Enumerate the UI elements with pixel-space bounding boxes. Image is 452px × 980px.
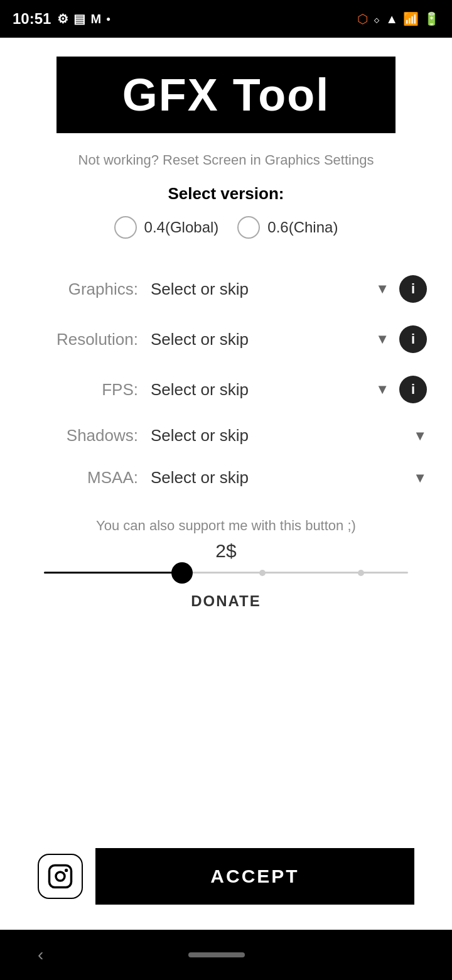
msaa-label: MSAA: bbox=[25, 468, 138, 487]
version-option-china[interactable]: 0.6(China) bbox=[237, 216, 338, 239]
battery-icon: 🔋 bbox=[424, 11, 439, 26]
status-bar: 10:51 ⚙ ▤ M ● ⬡ ⬦ ▲ 📶 🔋 bbox=[0, 0, 452, 38]
msaa-dropdown[interactable]: Select or skip ▼ bbox=[151, 468, 427, 487]
graphics-label: Graphics: bbox=[25, 280, 138, 299]
back-button[interactable]: ‹ bbox=[38, 945, 43, 965]
wifi-icon: ▲ bbox=[385, 12, 398, 26]
slider-thumb[interactable] bbox=[171, 562, 193, 584]
graphics-dropdown[interactable]: Select or skip ▼ bbox=[151, 280, 389, 299]
resolution-info-button[interactable]: i bbox=[399, 325, 427, 353]
version-option-global[interactable]: 0.4(Global) bbox=[114, 216, 219, 239]
slider-track bbox=[44, 572, 408, 574]
support-text: You can also support me with this button… bbox=[96, 518, 356, 534]
svg-point-2 bbox=[65, 869, 68, 872]
fps-dropdown[interactable]: Select or skip ▼ bbox=[151, 380, 389, 400]
instagram-button[interactable] bbox=[38, 854, 83, 899]
version-label-global: 0.4(Global) bbox=[144, 219, 219, 236]
fps-label: FPS: bbox=[25, 380, 138, 400]
fps-arrow-icon: ▼ bbox=[375, 381, 389, 398]
fps-row: FPS: Select or skip ▼ i bbox=[19, 364, 433, 415]
fps-value: Select or skip bbox=[151, 380, 369, 400]
cast-icon: ⬡ bbox=[357, 11, 368, 26]
resolution-dropdown[interactable]: Select or skip ▼ bbox=[151, 330, 389, 349]
support-section: You can also support me with this button… bbox=[19, 511, 433, 629]
graphics-row: Graphics: Select or skip ▼ i bbox=[19, 264, 433, 314]
dot-icon: ● bbox=[106, 14, 110, 23]
graphics-info-button[interactable]: i bbox=[399, 275, 427, 303]
app-title: GFX Tool bbox=[82, 69, 370, 121]
resolution-value: Select or skip bbox=[151, 330, 369, 349]
resolution-arrow-icon: ▼ bbox=[375, 331, 389, 347]
shadows-dropdown[interactable]: Select or skip ▼ bbox=[151, 426, 427, 445]
data-icon: ⬦ bbox=[373, 12, 380, 26]
select-version-label: Select version: bbox=[168, 184, 284, 204]
resolution-label: Resolution: bbox=[25, 330, 138, 349]
main-content: GFX Tool Not working? Reset Screen in Gr… bbox=[0, 38, 452, 930]
signal-icon: 📶 bbox=[403, 11, 419, 26]
msaa-value: Select or skip bbox=[151, 468, 407, 487]
app-title-container: GFX Tool bbox=[56, 57, 396, 133]
slider-filled bbox=[44, 572, 182, 574]
shadows-value: Select or skip bbox=[151, 426, 407, 445]
nav-bar: ‹ bbox=[0, 930, 452, 980]
message-icon: ▤ bbox=[73, 11, 85, 26]
version-label-china: 0.6(China) bbox=[267, 219, 338, 236]
donate-button[interactable]: DONATE bbox=[178, 586, 274, 616]
radio-global[interactable] bbox=[114, 216, 137, 239]
fps-info-button[interactable]: i bbox=[399, 376, 427, 403]
gear-icon: ⚙ bbox=[57, 11, 68, 26]
shadows-arrow-icon: ▼ bbox=[413, 428, 427, 444]
slider-tick-1 bbox=[259, 570, 266, 576]
shadows-label: Shadows: bbox=[25, 426, 138, 445]
svg-rect-0 bbox=[50, 866, 72, 888]
resolution-row: Resolution: Select or skip ▼ i bbox=[19, 314, 433, 364]
msaa-row: MSAA: Select or skip ▼ bbox=[19, 457, 433, 499]
radio-china[interactable] bbox=[237, 216, 260, 239]
slider-container[interactable] bbox=[31, 572, 421, 574]
instagram-icon bbox=[47, 863, 73, 890]
gmail-icon: M bbox=[90, 12, 101, 26]
graphics-arrow-icon: ▼ bbox=[375, 281, 389, 297]
bottom-section: ACCEPT bbox=[19, 836, 433, 917]
svg-point-1 bbox=[56, 872, 65, 881]
status-time: 10:51 bbox=[13, 10, 51, 28]
slider-tick-2 bbox=[358, 570, 364, 576]
version-options: 0.4(Global) 0.6(China) bbox=[114, 216, 338, 239]
settings-section: Graphics: Select or skip ▼ i Resolution:… bbox=[19, 264, 433, 499]
msaa-arrow-icon: ▼ bbox=[413, 470, 427, 486]
graphics-value: Select or skip bbox=[151, 280, 369, 299]
accept-button[interactable]: ACCEPT bbox=[95, 848, 414, 905]
reset-text: Not working? Reset Screen in Graphics Se… bbox=[78, 152, 374, 168]
home-indicator[interactable] bbox=[188, 952, 245, 957]
donation-amount: 2$ bbox=[215, 540, 236, 562]
shadows-row: Shadows: Select or skip ▼ bbox=[19, 415, 433, 457]
